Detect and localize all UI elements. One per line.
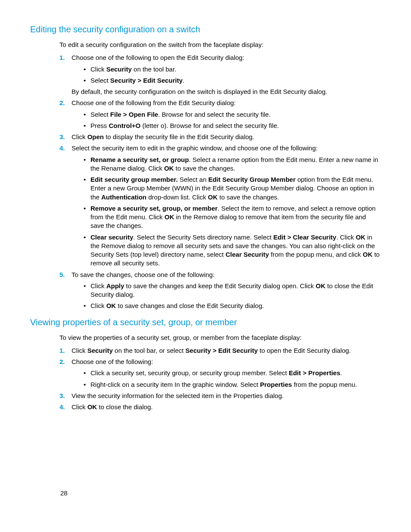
step-text: Choose one of the following to open the …	[72, 54, 244, 61]
note-text: By default, the security configuration o…	[72, 88, 327, 95]
list-item: Click a security set, security group, or…	[84, 369, 381, 377]
list-item: Press Control+O (letter o). Browse for a…	[84, 121, 381, 130]
list-item: Select File > Open File. Browse for and …	[84, 110, 381, 119]
list-item: Choose one of the following to open the …	[59, 53, 381, 96]
list-item: Select Security > Edit Security.	[84, 76, 381, 85]
ordered-list-section1: Choose one of the following to open the …	[30, 53, 381, 310]
step-text: Choose one of the following from the Edi…	[72, 99, 236, 106]
list-item: Click Open to display the security file …	[59, 133, 381, 141]
ordered-list-section2: Click Security on the tool bar, or selec…	[30, 346, 381, 412]
step-text: To save the changes, choose one of the f…	[72, 271, 215, 278]
list-item: Clear security. Select the Security Sets…	[84, 233, 381, 268]
list-item: To save the changes, choose one of the f…	[59, 271, 381, 311]
section-heading-viewing: Viewing properties of a security set, gr…	[30, 317, 381, 328]
step-text: Choose one of the following:	[72, 358, 153, 365]
step-text: Select the security item to edit in the …	[72, 144, 318, 152]
bullet-list: Rename a security set, or group. Select …	[72, 156, 381, 268]
bullet-list: Click Security on the tool bar. Select S…	[72, 65, 381, 85]
list-item: Click OK to save changes and close the E…	[84, 302, 381, 310]
intro-text: To view the properties of a security set…	[59, 333, 381, 342]
list-item: View the security information for the se…	[59, 392, 381, 400]
list-item: Choose one of the following: Click a sec…	[59, 358, 381, 389]
intro-text: To edit a security configuration on the …	[59, 40, 381, 49]
section-heading-editing: Editing the security configuration on a …	[30, 24, 381, 35]
bullet-list: Select File > Open File. Browse for and …	[72, 110, 381, 131]
page-content: Editing the security configuration on a …	[30, 24, 381, 515]
list-item: Choose one of the following from the Edi…	[59, 99, 381, 130]
list-item: Rename a security set, or group. Select …	[84, 156, 381, 173]
list-item: Remove a security set, group, or member.…	[84, 204, 381, 230]
bullet-list: Click Apply to save the changes and keep…	[72, 282, 381, 311]
list-item: Select the security item to edit in the …	[59, 144, 381, 268]
list-item: Click OK to close the dialog.	[59, 403, 381, 411]
bullet-list: Click a security set, security group, or…	[72, 369, 381, 389]
list-item: Right-click on a security item In the gr…	[84, 380, 381, 389]
page-number: 28	[60, 489, 68, 498]
list-item: Click Apply to save the changes and keep…	[84, 282, 381, 299]
list-item: Edit security group member. Select an Ed…	[84, 175, 381, 202]
list-item: Click Security on the tool bar.	[84, 65, 381, 74]
list-item: Click Security on the tool bar, or selec…	[59, 346, 381, 355]
